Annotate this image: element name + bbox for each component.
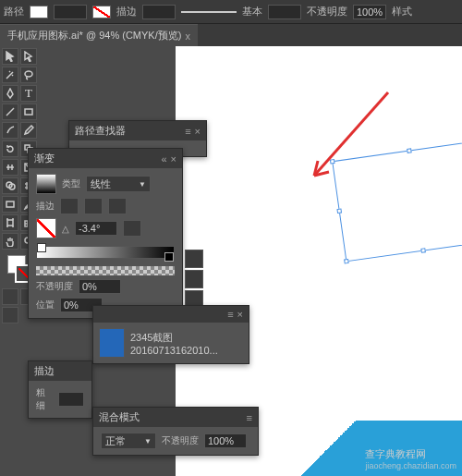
stroke-weight-label: 粗细	[36, 386, 53, 412]
gradient-tool[interactable]	[2, 196, 18, 213]
transparency-opacity-label: 不透明度	[162, 434, 199, 447]
link-item[interactable]: 2345截图20160713162010...	[97, 326, 245, 360]
style-label: 样式	[392, 5, 412, 18]
gradient-type-label: 类型	[62, 177, 80, 190]
close-icon[interactable]: ×	[237, 309, 243, 320]
gradient-angle-input[interactable]: -3.4°	[75, 221, 117, 236]
stroke-apply-1-button[interactable]	[60, 198, 79, 214]
stroke-panel[interactable]: 描边 粗细	[28, 360, 92, 419]
type-tool[interactable]: T	[20, 85, 37, 102]
pen-tool[interactable]	[2, 85, 18, 102]
rotate-tool[interactable]	[2, 140, 18, 157]
fill-dropdown[interactable]	[54, 5, 87, 19]
chevron-down-icon: ▼	[144, 437, 152, 445]
transparency-panel-title: 混合模式	[99, 410, 140, 424]
panel-menu-icon[interactable]: ≡	[227, 309, 233, 320]
stroke-apply-3-button[interactable]	[108, 198, 127, 214]
svg-rect-7	[6, 201, 14, 207]
artboard-tool[interactable]	[2, 214, 18, 231]
svg-rect-8	[7, 220, 13, 226]
angle-label: △	[62, 224, 69, 234]
stroke-swatch[interactable]	[92, 6, 111, 18]
stroke-panel-header[interactable]: 描边	[29, 361, 91, 381]
close-icon[interactable]: ×	[171, 153, 176, 165]
gradient-ramp[interactable]	[36, 246, 175, 259]
dock-color-icon[interactable]	[185, 250, 203, 268]
gradient-stroke-label: 描边	[36, 200, 55, 213]
pathfinder-panel-title: 路径查找器	[75, 124, 126, 138]
stop-opacity-input[interactable]: 0%	[79, 279, 121, 294]
shape-builder-tool[interactable]	[2, 177, 18, 194]
gradient-panel-tab[interactable]: 渐变	[34, 152, 55, 165]
links-panel-header[interactable]: ≡×	[93, 306, 249, 323]
rectangle-tool[interactable]	[20, 104, 37, 120]
lasso-tool[interactable]	[20, 67, 37, 83]
document-tab-title: 手机应用图标.ai* @ 94% (CMYK/预览)	[7, 29, 181, 43]
watermark-text: 查字典教程网	[365, 447, 456, 461]
pathfinder-panel-header[interactable]: 路径查找器 ≡×	[69, 121, 206, 140]
hand-tool[interactable]	[2, 233, 18, 250]
close-icon[interactable]: x	[185, 31, 190, 42]
gradient-panel-header[interactable]: 渐变 «×	[29, 149, 182, 168]
close-icon[interactable]: ×	[195, 126, 201, 137]
line-tool[interactable]	[2, 104, 18, 120]
panel-menu-icon[interactable]: ≡	[185, 126, 190, 137]
tab-bar: 手机应用图标.ai* @ 94% (CMYK/预览) x	[0, 24, 462, 46]
path-label: 路径	[4, 5, 24, 18]
watermark-url: jiaocheng.chazidian.com	[365, 461, 456, 470]
transparency-panel[interactable]: 混合模式 ≡ 正常▼ 不透明度 100%	[92, 407, 259, 456]
stroke-label: 描边	[116, 5, 137, 18]
pencil-tool[interactable]	[20, 122, 37, 139]
links-panel[interactable]: ≡× 2345截图20160713162010...	[92, 305, 249, 364]
blend-mode-select[interactable]: 正常▼	[101, 433, 156, 449]
gradient-panel[interactable]: 渐变 «× 类型 线性▼ 描边 △ -3.4° 不透明度 0% 位置 0%	[28, 148, 183, 319]
stroke-preset-dropdown[interactable]	[268, 5, 301, 19]
transparency-panel-header[interactable]: 混合模式 ≡	[93, 408, 258, 427]
color-mode-button[interactable]	[2, 288, 18, 305]
stroke-preset-label: 基本	[242, 5, 262, 18]
stroke-weight-input[interactable]	[58, 392, 84, 407]
gradient-stroke-swatch[interactable]	[36, 218, 56, 238]
dock-swatches-icon[interactable]	[185, 270, 203, 288]
link-filename: 2345截图20160713162010...	[130, 331, 243, 356]
brush-tool[interactable]	[2, 122, 18, 139]
annotation-arrow	[296, 83, 407, 196]
options-bar: 路径 描边 基本 不透明度 100% 样式	[0, 0, 462, 24]
panel-menu-icon[interactable]: ≡	[247, 412, 252, 423]
document-tab[interactable]: 手机应用图标.ai* @ 94% (CMYK/预览) x	[0, 24, 198, 46]
gradient-type-select[interactable]: 线性▼	[86, 176, 151, 192]
stroke-weight-dropdown[interactable]	[142, 5, 176, 19]
link-thumbnail	[99, 328, 125, 358]
opacity-value[interactable]: 100%	[353, 5, 386, 19]
svg-rect-1	[25, 109, 32, 115]
screen-mode-button[interactable]	[2, 307, 18, 323]
stop-position-label: 位置	[36, 299, 55, 311]
svg-point-0	[25, 71, 32, 77]
width-tool[interactable]	[2, 159, 18, 176]
collapse-icon[interactable]: «	[161, 153, 166, 165]
stroke-apply-2-button[interactable]	[84, 198, 103, 214]
aspect-ratio-button[interactable]	[123, 220, 141, 237]
stop-opacity-label: 不透明度	[36, 280, 73, 293]
gradient-preview-swatch[interactable]	[36, 174, 56, 194]
direct-selection-tool[interactable]	[20, 48, 37, 65]
chevron-down-icon: ▼	[139, 180, 146, 189]
gradient-stop-row[interactable]	[36, 266, 175, 275]
stroke-panel-tab[interactable]: 描边	[34, 364, 55, 378]
fill-swatch[interactable]	[30, 6, 48, 18]
opacity-label: 不透明度	[307, 5, 347, 18]
magic-wand-tool[interactable]	[2, 67, 18, 83]
transparency-opacity-input[interactable]: 100%	[204, 433, 247, 448]
selection-tool[interactable]	[2, 48, 18, 65]
stroke-preview	[181, 8, 237, 16]
watermark: 查字典教程网 jiaocheng.chazidian.com	[286, 421, 462, 476]
